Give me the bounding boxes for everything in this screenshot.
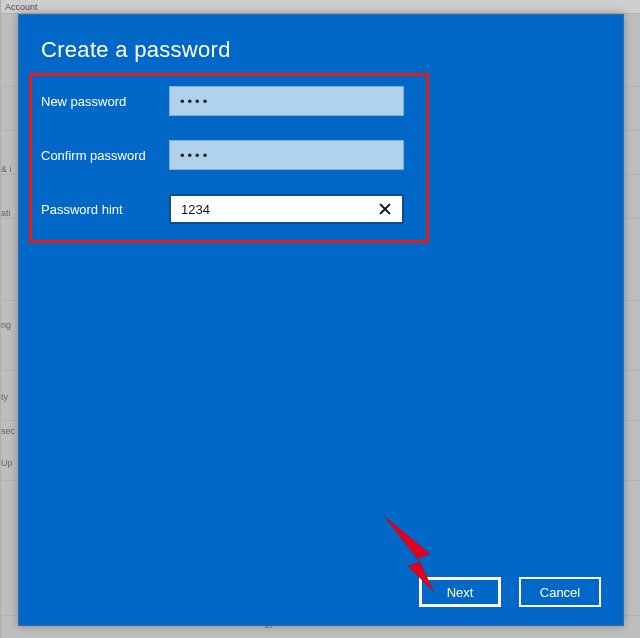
cancel-button[interactable]: Cancel <box>519 577 601 607</box>
clear-icon[interactable] <box>374 196 396 222</box>
password-hint-field-wrap <box>169 194 404 224</box>
row-confirm-password: Confirm password <box>41 139 404 171</box>
password-hint-label: Password hint <box>41 202 169 217</box>
new-password-field-wrap <box>169 86 404 116</box>
confirm-password-label: Confirm password <box>41 148 169 163</box>
dialog-actions: Next Cancel <box>419 577 601 607</box>
password-hint-input[interactable] <box>171 196 402 222</box>
row-new-password: New password <box>41 85 404 117</box>
dialog-title: Create a password <box>41 37 231 63</box>
confirm-password-field-wrap <box>169 140 404 170</box>
row-password-hint: Password hint <box>41 193 404 225</box>
next-button[interactable]: Next <box>419 577 501 607</box>
new-password-label: New password <box>41 94 169 109</box>
create-password-dialog: Create a password New password Confirm p… <box>18 14 624 626</box>
new-password-input[interactable] <box>170 87 403 115</box>
confirm-password-input[interactable] <box>170 141 403 169</box>
